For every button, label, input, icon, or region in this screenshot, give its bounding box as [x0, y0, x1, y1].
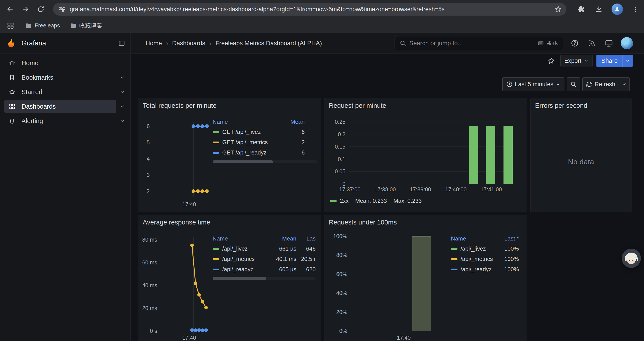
- panel-title[interactable]: Total requests per minute: [143, 102, 216, 109]
- favorite-star-icon[interactable]: [546, 56, 556, 66]
- breadcrumb-item[interactable]: Home: [146, 40, 162, 47]
- url-text[interactable]: grafana.mathmast.com/d/deytv4rwavabkb/fr…: [70, 6, 554, 13]
- time-range-label: Last 5 minutes: [515, 81, 554, 88]
- browser-menu-icon[interactable]: [631, 5, 640, 14]
- browser-toolbar: grafana.mathmast.com/d/deytv4rwavabkb/fr…: [0, 0, 644, 19]
- sidebar-item-dashboards[interactable]: Dashboards: [4, 99, 128, 113]
- svg-text:3: 3: [147, 172, 150, 178]
- share-menu-caret[interactable]: [622, 55, 632, 67]
- panel-title[interactable]: Errors per second: [535, 102, 587, 109]
- assistant-avatar-overlay[interactable]: [622, 249, 641, 268]
- legend-header-value[interactable]: Mean: [264, 235, 296, 242]
- bookmark-item[interactable]: Freeleaps: [25, 22, 60, 29]
- svg-text:60 ms: 60 ms: [142, 259, 157, 265]
- svg-text:4: 4: [147, 156, 150, 162]
- sidebar-item-starred[interactable]: Starred: [4, 85, 128, 99]
- zoom-out-button[interactable]: [566, 78, 580, 91]
- svg-text:20%: 20%: [336, 309, 347, 315]
- svg-text:40 ms: 40 ms: [142, 282, 157, 288]
- legend-header-value[interactable]: Last *: [495, 235, 519, 242]
- legend-scrollbar[interactable]: [212, 277, 316, 280]
- share-label[interactable]: Share: [596, 55, 622, 67]
- sidebar-toggle-icon[interactable]: [118, 40, 125, 47]
- svg-text:0 s: 0 s: [150, 328, 157, 334]
- chevron-down-icon: [625, 58, 630, 63]
- search-input[interactable]: [409, 40, 538, 47]
- refresh-interval-caret[interactable]: [619, 78, 630, 91]
- legend-row[interactable]: /api/_readyz605 µs620: [212, 264, 316, 274]
- url-bar[interactable]: grafana.mathmast.com/d/deytv4rwavabkb/fr…: [53, 3, 566, 16]
- bookmark-item[interactable]: 收藏博客: [70, 22, 102, 30]
- share-button[interactable]: Share: [596, 55, 632, 67]
- svg-text:0.15: 0.15: [335, 144, 346, 150]
- dashboard-actions: Export Share: [546, 55, 632, 67]
- sidebar-item-expand[interactable]: [116, 89, 128, 95]
- refresh-button[interactable]: Refresh: [582, 78, 619, 91]
- legend-value: 20.5 r: [296, 256, 316, 262]
- export-label: Export: [564, 58, 581, 64]
- help-icon[interactable]: [571, 39, 579, 47]
- legend-table: NameMeanGET /api/_livez6GET /api/_metric…: [212, 117, 317, 158]
- svg-text:17:40:00: 17:40:00: [445, 186, 466, 192]
- site-info-icon[interactable]: [58, 6, 66, 13]
- legend-row[interactable]: /api/_metrics100%: [451, 254, 519, 264]
- sidebar-item-button[interactable]: Bookmarks: [4, 71, 116, 84]
- legend-row[interactable]: /api/_livez100%: [451, 244, 519, 254]
- extensions-icon[interactable]: [576, 5, 586, 14]
- sidebar-item-expand[interactable]: [116, 75, 128, 80]
- bookmark-star-icon[interactable]: [554, 6, 562, 13]
- sidebar-item-expand[interactable]: [116, 104, 128, 109]
- sidebar-item-button[interactable]: Home: [4, 56, 116, 70]
- screen: grafana.mathmast.com/d/deytv4rwavabkb/fr…: [0, 0, 644, 341]
- svg-text:40%: 40%: [336, 290, 347, 296]
- panel-title[interactable]: Average response time: [143, 219, 210, 226]
- legend-row[interactable]: GET /api/_livez6: [212, 127, 317, 137]
- display-icon[interactable]: [605, 39, 613, 47]
- svg-text:17:37:00: 17:37:00: [339, 186, 360, 192]
- legend[interactable]: 2xx Mean: 0.233 Max: 0.233: [330, 197, 422, 204]
- panel-title[interactable]: Requests under 100ms: [329, 219, 397, 226]
- legend-row[interactable]: /api/_readyz100%: [451, 264, 519, 274]
- sidebar-item-button[interactable]: Alerting: [4, 114, 116, 128]
- svg-text:5: 5: [147, 139, 150, 146]
- sidebar-item-button[interactable]: Dashboards: [4, 100, 116, 113]
- legend-row[interactable]: /api/_livez661 µs646: [212, 244, 316, 254]
- chevron-down-icon: [120, 118, 125, 124]
- legend-header-name[interactable]: Name: [451, 235, 495, 242]
- panel-title[interactable]: Request per minute: [329, 102, 386, 109]
- export-button[interactable]: Export: [560, 55, 592, 67]
- grafana-logo[interactable]: [6, 38, 16, 48]
- news-rss-icon[interactable]: [588, 39, 596, 47]
- legend-header-name[interactable]: Name: [212, 119, 284, 125]
- time-range-picker[interactable]: Last 5 minutes: [502, 78, 565, 91]
- legend-value: 6: [284, 149, 305, 156]
- request-per-minute-chart[interactable]: 0.250.20.150.10.05017:37:0017:38:0017:39…: [324, 98, 527, 212]
- search-box[interactable]: ⌘+k: [394, 36, 563, 50]
- legend-row[interactable]: GET /api/_readyz6: [212, 147, 317, 158]
- downloads-icon[interactable]: [594, 5, 604, 14]
- breadcrumb-item[interactable]: Dashboards: [172, 40, 205, 47]
- sidebar-item-alerting[interactable]: Alerting: [4, 114, 128, 128]
- bell-icon: [9, 118, 15, 124]
- sidebar-item-home[interactable]: Home: [4, 56, 128, 70]
- legend-row[interactable]: /api/_metrics40.1 ms20.5 r: [212, 254, 316, 264]
- back-icon[interactable]: [5, 5, 15, 14]
- apps-grid-icon[interactable]: [6, 21, 15, 31]
- legend-scrollbar[interactable]: [212, 160, 317, 163]
- legend-header-row: NameLast *: [451, 233, 519, 244]
- no-data-message: No data: [531, 112, 631, 212]
- user-avatar[interactable]: [621, 37, 633, 49]
- series-swatch: [451, 248, 458, 250]
- sidebar-item-button[interactable]: Starred: [4, 85, 116, 99]
- bookmark-items: Freeleaps收藏博客: [25, 22, 102, 30]
- legend-header-value[interactable]: Mean: [284, 119, 305, 125]
- legend-series: /api/_readyz: [212, 266, 264, 273]
- legend-header-value[interactable]: Las: [296, 235, 316, 242]
- browser-profile-avatar[interactable]: [612, 4, 623, 15]
- legend-header-name[interactable]: Name: [212, 235, 264, 242]
- forward-icon[interactable]: [20, 5, 30, 14]
- sidebar-item-expand[interactable]: [116, 118, 128, 124]
- legend-row[interactable]: GET /api/_metrics2: [212, 137, 317, 147]
- sidebar-item-bookmarks[interactable]: Bookmarks: [4, 71, 128, 85]
- reload-icon[interactable]: [36, 5, 46, 14]
